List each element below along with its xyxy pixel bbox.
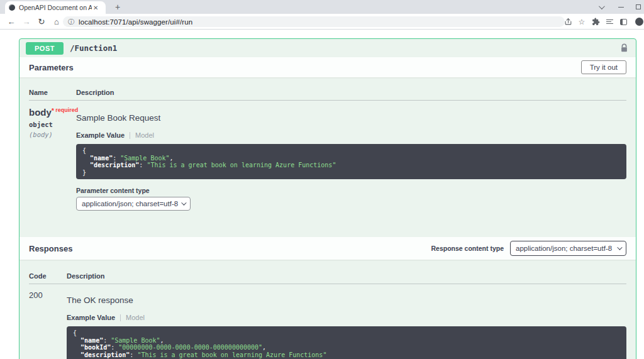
param-name: body*required <box>29 107 76 118</box>
param-location: (body) <box>29 131 76 138</box>
responses-table-header: Code Description <box>29 272 626 284</box>
parameter-content-type-select[interactable]: application/json; charset=utf-8 <box>76 197 191 211</box>
tab-model[interactable]: Model <box>126 314 145 321</box>
col-header-name: Name <box>29 89 76 96</box>
extensions-puzzle-icon[interactable] <box>589 18 602 26</box>
parameters-section-header: Parameters Try it out <box>19 57 636 77</box>
param-type: object <box>29 121 76 128</box>
parameter-content-type-label: Parameter content type <box>76 187 626 194</box>
param-description: Sample Book Request <box>76 113 626 123</box>
responses-section-header: Responses Response content type applicat… <box>19 237 636 260</box>
back-icon[interactable]: ← <box>4 17 19 26</box>
tab-separator <box>120 314 121 321</box>
try-it-out-button[interactable]: Try it out <box>581 60 626 74</box>
forward-icon[interactable]: → <box>19 17 34 26</box>
responses-body: Code Description 200 The OK response Exa… <box>19 260 636 359</box>
window-maximize-button[interactable] <box>630 0 644 14</box>
response-content-type-value: application/json; charset=utf-8 <box>516 245 612 252</box>
response-content-type-select[interactable]: application/json; charset=utf-8 <box>510 241 626 256</box>
example-model-tabs: Example Value Model <box>76 131 626 139</box>
endpoint-path: /Function1 <box>70 43 117 53</box>
response-content-type-label: Response content type <box>431 245 504 252</box>
example-model-tabs: Example Value Model <box>67 314 626 321</box>
parameter-row: body*required object (body) Sample Book … <box>29 101 626 211</box>
chevron-down-icon <box>181 200 186 205</box>
reload-icon[interactable]: ↻ <box>34 17 49 26</box>
chevron-down-icon <box>617 245 622 250</box>
tab-example-value[interactable]: Example Value <box>67 314 115 321</box>
parameters-table-header: Name Description <box>29 89 626 101</box>
tab-close-icon[interactable]: ✕ <box>93 4 98 11</box>
window-minimize-button[interactable] <box>613 0 629 14</box>
responses-title: Responses <box>29 244 72 253</box>
swagger-page: POST /Function1 Parameters Try it out Na… <box>0 30 644 359</box>
bookmark-star-icon[interactable]: ☆ <box>575 18 589 26</box>
parameters-body: Name Description body*required object (b… <box>19 77 636 237</box>
col-header-description: Description <box>76 89 114 96</box>
tab-title: OpenAPI Document on Azure Fu <box>19 4 92 11</box>
page-favicon-icon <box>9 4 15 11</box>
http-method-badge: POST <box>26 42 64 55</box>
parameter-content-type-value: application/json; charset=utf-8 <box>82 200 178 207</box>
response-description: The OK response <box>67 295 626 305</box>
tab-model[interactable]: Model <box>135 131 154 139</box>
new-tab-button[interactable]: + <box>112 2 123 13</box>
parameters-title: Parameters <box>29 63 74 72</box>
profile-avatar[interactable] <box>630 18 644 26</box>
required-label: required <box>55 107 78 113</box>
browser-tab[interactable]: OpenAPI Document on Azure Fu ✕ <box>5 1 106 14</box>
browser-tab-strip: OpenAPI Document on Azure Fu ✕ + <box>0 0 644 14</box>
response-code: 200 <box>29 290 67 359</box>
window-menu-chevron-icon[interactable] <box>592 0 609 14</box>
response-row: 200 The OK response Example Value Model … <box>29 284 626 359</box>
side-panel-icon[interactable] <box>616 19 630 25</box>
opblock-summary[interactable]: POST /Function1 <box>19 39 636 57</box>
address-bar[interactable]: ⓘ localhost:7071/api/swagger/ui#/run <box>63 16 565 27</box>
authorization-lock-icon[interactable] <box>620 43 628 53</box>
col-header-code: Code <box>29 272 67 280</box>
reading-list-icon[interactable] <box>602 18 616 25</box>
share-icon[interactable] <box>561 18 575 26</box>
home-icon[interactable]: ⌂ <box>49 17 64 26</box>
response-example-code: { "name": "Sample Book", "bookId": "0000… <box>67 326 626 359</box>
url-text[interactable]: localhost:7071/api/swagger/ui#/run <box>79 18 192 26</box>
request-example-code: { "name": "Sample Book", "description": … <box>76 144 626 179</box>
site-info-icon[interactable]: ⓘ <box>68 18 74 26</box>
tab-example-value[interactable]: Example Value <box>76 131 125 139</box>
tab-separator <box>130 132 130 139</box>
required-star: * <box>52 107 54 114</box>
opblock-post-function1: POST /Function1 Parameters Try it out Na… <box>19 38 636 359</box>
col-header-description: Description <box>67 272 105 280</box>
